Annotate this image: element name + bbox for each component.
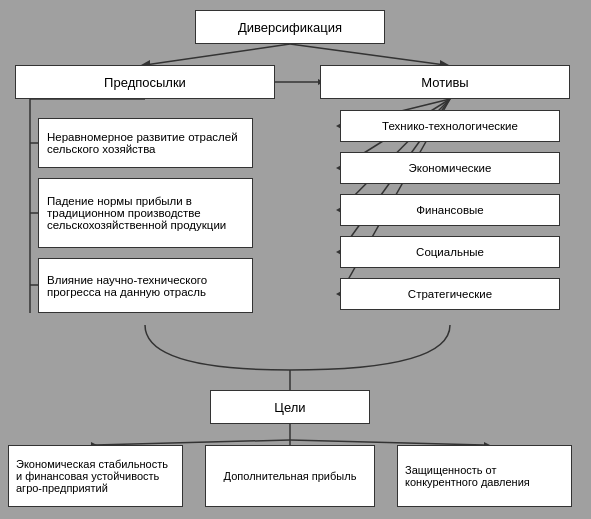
predposylki-label: Предпосылки [104, 75, 186, 90]
bottom-item-3: Защищенность от конкурентного давления [397, 445, 572, 507]
left-item-1: Неравномерное развитие отраслей сельског… [38, 118, 253, 168]
svg-line-2 [290, 44, 445, 65]
bottom-item-1: Экономическая стабильность и финансовая … [8, 445, 183, 507]
bottom-item-2: Дополнительная прибыль [205, 445, 375, 507]
diversification-label: Диверсификация [238, 20, 342, 35]
right-item-4: Социальные [340, 236, 560, 268]
left-item-3: Влияние научно-технического прогресса на… [38, 258, 253, 313]
diagram: Диверсификация Предпосылки Мотивы Неравн… [0, 0, 591, 519]
left-item-2: Падение нормы прибыли в традиционном про… [38, 178, 253, 248]
celi-box: Цели [210, 390, 370, 424]
right-item-2: Экономические [340, 152, 560, 184]
predposylki-box: Предпосылки [15, 65, 275, 99]
right-item-3: Финансовые [340, 194, 560, 226]
motivy-box: Мотивы [320, 65, 570, 99]
svg-line-0 [145, 44, 290, 65]
right-item-1: Технико-технологические [340, 110, 560, 142]
diversification-box: Диверсификация [195, 10, 385, 44]
celi-label: Цели [274, 400, 305, 415]
right-item-5: Стратегические [340, 278, 560, 310]
motivy-label: Мотивы [421, 75, 468, 90]
